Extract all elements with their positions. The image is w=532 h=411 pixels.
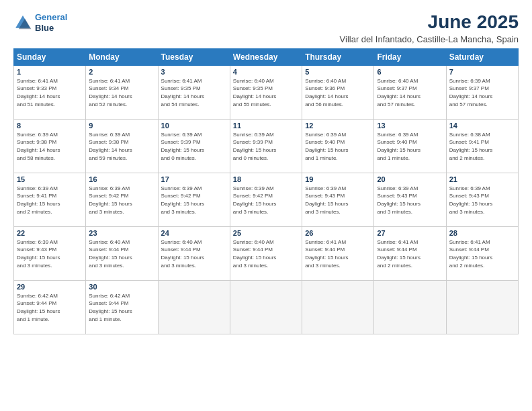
day-info: Sunrise: 6:41 AMSunset: 9:44 PMDaylight:… xyxy=(305,238,371,269)
weekday-monday: Monday xyxy=(86,48,158,65)
day-number: 30 xyxy=(89,283,154,291)
day-info: Sunrise: 6:39 AMSunset: 9:41 PMDaylight:… xyxy=(17,185,83,216)
day-number: 4 xyxy=(233,68,299,76)
table-row: 5Sunrise: 6:40 AMSunset: 9:36 PMDaylight… xyxy=(302,65,374,119)
table-row: 3Sunrise: 6:41 AMSunset: 9:35 PMDaylight… xyxy=(158,65,230,119)
table-row: 8Sunrise: 6:39 AMSunset: 9:38 PMDaylight… xyxy=(14,119,86,173)
day-info: Sunrise: 6:40 AMSunset: 9:35 PMDaylight:… xyxy=(233,77,299,108)
weekday-tuesday: Tuesday xyxy=(158,48,230,65)
day-info: Sunrise: 6:40 AMSunset: 9:44 PMDaylight:… xyxy=(89,238,154,269)
day-info: Sunrise: 6:39 AMSunset: 9:38 PMDaylight:… xyxy=(17,131,83,162)
day-number: 19 xyxy=(305,175,371,183)
weekday-header-row: SundayMondayTuesdayWednesdayThursdayFrid… xyxy=(14,48,519,65)
day-info: Sunrise: 6:41 AMSunset: 9:34 PMDaylight:… xyxy=(89,77,154,108)
day-info: Sunrise: 6:39 AMSunset: 9:39 PMDaylight:… xyxy=(161,131,227,162)
table-row: 16Sunrise: 6:39 AMSunset: 9:42 PMDayligh… xyxy=(86,173,158,226)
day-number: 20 xyxy=(377,175,443,183)
day-info: Sunrise: 6:39 AMSunset: 9:43 PMDaylight:… xyxy=(17,238,83,269)
day-info: Sunrise: 6:38 AMSunset: 9:41 PMDaylight:… xyxy=(449,131,515,162)
table-row: 14Sunrise: 6:38 AMSunset: 9:41 PMDayligh… xyxy=(446,119,518,173)
title-area: June 2025 Villar del Infantado, Castille… xyxy=(340,12,519,44)
day-number: 14 xyxy=(449,122,515,130)
day-number: 8 xyxy=(17,122,83,130)
day-info: Sunrise: 6:39 AMSunset: 9:42 PMDaylight:… xyxy=(89,185,154,216)
table-row: 30Sunrise: 6:42 AMSunset: 9:44 PMDayligh… xyxy=(86,280,158,334)
day-number: 17 xyxy=(161,175,227,183)
table-row xyxy=(446,280,518,334)
calendar-week-1: 1Sunrise: 6:41 AMSunset: 9:33 PMDaylight… xyxy=(14,65,519,119)
table-row: 18Sunrise: 6:39 AMSunset: 9:42 PMDayligh… xyxy=(230,173,302,226)
table-row xyxy=(302,280,374,334)
day-number: 27 xyxy=(377,229,443,237)
day-number: 26 xyxy=(305,229,371,237)
table-row: 19Sunrise: 6:39 AMSunset: 9:43 PMDayligh… xyxy=(302,173,374,226)
table-row: 17Sunrise: 6:39 AMSunset: 9:42 PMDayligh… xyxy=(158,173,230,226)
day-info: Sunrise: 6:39 AMSunset: 9:40 PMDaylight:… xyxy=(377,131,443,162)
logo-icon xyxy=(13,13,32,32)
subtitle: Villar del Infantado, Castille-La Mancha… xyxy=(340,34,519,44)
day-number: 13 xyxy=(377,122,443,130)
day-number: 7 xyxy=(449,68,515,76)
page: General Blue June 2025 Villar del Infant… xyxy=(0,0,532,411)
table-row: 22Sunrise: 6:39 AMSunset: 9:43 PMDayligh… xyxy=(14,226,86,280)
day-number: 21 xyxy=(449,175,515,183)
table-row: 26Sunrise: 6:41 AMSunset: 9:44 PMDayligh… xyxy=(302,226,374,280)
day-number: 2 xyxy=(89,68,154,76)
table-row: 2Sunrise: 6:41 AMSunset: 9:34 PMDaylight… xyxy=(86,65,158,119)
table-row: 24Sunrise: 6:40 AMSunset: 9:44 PMDayligh… xyxy=(158,226,230,280)
day-info: Sunrise: 6:39 AMSunset: 9:40 PMDaylight:… xyxy=(305,131,371,162)
logo-text: General Blue xyxy=(35,12,67,33)
day-number: 25 xyxy=(233,229,299,237)
day-number: 10 xyxy=(161,122,227,130)
table-row: 25Sunrise: 6:40 AMSunset: 9:44 PMDayligh… xyxy=(230,226,302,280)
table-row: 15Sunrise: 6:39 AMSunset: 9:41 PMDayligh… xyxy=(14,173,86,226)
calendar: SundayMondayTuesdayWednesdayThursdayFrid… xyxy=(13,48,519,334)
weekday-sunday: Sunday xyxy=(14,48,86,65)
table-row: 27Sunrise: 6:41 AMSunset: 9:44 PMDayligh… xyxy=(374,226,446,280)
day-number: 18 xyxy=(233,175,299,183)
day-info: Sunrise: 6:42 AMSunset: 9:44 PMDaylight:… xyxy=(17,292,83,323)
table-row xyxy=(230,280,302,334)
header: General Blue June 2025 Villar del Infant… xyxy=(13,12,519,44)
calendar-week-2: 8Sunrise: 6:39 AMSunset: 9:38 PMDaylight… xyxy=(14,119,519,173)
day-info: Sunrise: 6:41 AMSunset: 9:33 PMDaylight:… xyxy=(17,77,83,108)
day-number: 24 xyxy=(161,229,227,237)
day-info: Sunrise: 6:42 AMSunset: 9:44 PMDaylight:… xyxy=(89,292,154,323)
logo: General Blue xyxy=(13,12,67,33)
day-info: Sunrise: 6:40 AMSunset: 9:36 PMDaylight:… xyxy=(305,77,371,108)
weekday-friday: Friday xyxy=(374,48,446,65)
calendar-week-4: 22Sunrise: 6:39 AMSunset: 9:43 PMDayligh… xyxy=(14,226,519,280)
table-row: 1Sunrise: 6:41 AMSunset: 9:33 PMDaylight… xyxy=(14,65,86,119)
weekday-saturday: Saturday xyxy=(446,48,518,65)
table-row: 11Sunrise: 6:39 AMSunset: 9:39 PMDayligh… xyxy=(230,119,302,173)
table-row: 7Sunrise: 6:39 AMSunset: 9:37 PMDaylight… xyxy=(446,65,518,119)
day-number: 6 xyxy=(377,68,443,76)
day-info: Sunrise: 6:39 AMSunset: 9:43 PMDaylight:… xyxy=(449,185,515,216)
day-number: 1 xyxy=(17,68,83,76)
day-number: 23 xyxy=(89,229,154,237)
table-row: 23Sunrise: 6:40 AMSunset: 9:44 PMDayligh… xyxy=(86,226,158,280)
day-info: Sunrise: 6:41 AMSunset: 9:44 PMDaylight:… xyxy=(377,238,443,269)
day-number: 22 xyxy=(17,229,83,237)
day-number: 9 xyxy=(89,122,154,130)
day-number: 16 xyxy=(89,175,154,183)
table-row: 9Sunrise: 6:39 AMSunset: 9:38 PMDaylight… xyxy=(86,119,158,173)
day-number: 15 xyxy=(17,175,83,183)
day-info: Sunrise: 6:39 AMSunset: 9:42 PMDaylight:… xyxy=(161,185,227,216)
day-info: Sunrise: 6:40 AMSunset: 9:44 PMDaylight:… xyxy=(161,238,227,269)
table-row: 10Sunrise: 6:39 AMSunset: 9:39 PMDayligh… xyxy=(158,119,230,173)
day-info: Sunrise: 6:39 AMSunset: 9:42 PMDaylight:… xyxy=(233,185,299,216)
table-row xyxy=(158,280,230,334)
day-number: 29 xyxy=(17,283,83,291)
day-number: 5 xyxy=(305,68,371,76)
day-info: Sunrise: 6:40 AMSunset: 9:44 PMDaylight:… xyxy=(233,238,299,269)
day-info: Sunrise: 6:39 AMSunset: 9:37 PMDaylight:… xyxy=(449,77,515,108)
weekday-thursday: Thursday xyxy=(302,48,374,65)
table-row: 29Sunrise: 6:42 AMSunset: 9:44 PMDayligh… xyxy=(14,280,86,334)
table-row: 13Sunrise: 6:39 AMSunset: 9:40 PMDayligh… xyxy=(374,119,446,173)
day-number: 11 xyxy=(233,122,299,130)
day-info: Sunrise: 6:39 AMSunset: 9:43 PMDaylight:… xyxy=(377,185,443,216)
table-row: 6Sunrise: 6:40 AMSunset: 9:37 PMDaylight… xyxy=(374,65,446,119)
day-number: 12 xyxy=(305,122,371,130)
calendar-week-3: 15Sunrise: 6:39 AMSunset: 9:41 PMDayligh… xyxy=(14,173,519,226)
